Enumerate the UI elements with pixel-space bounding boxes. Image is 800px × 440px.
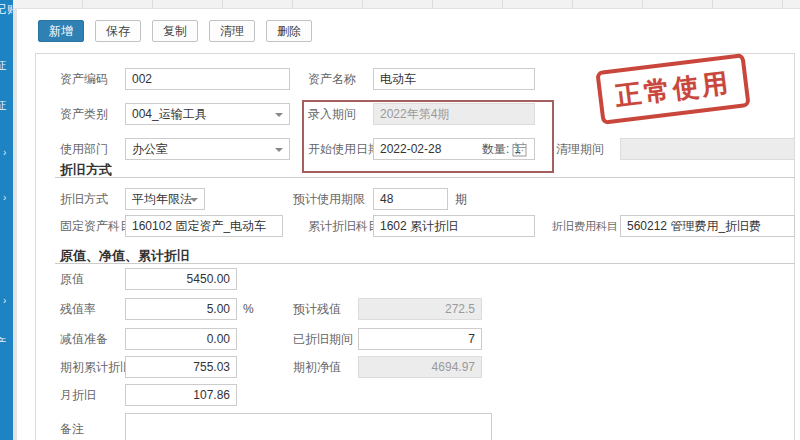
initial-net-label: 期初净值 (293, 356, 341, 378)
impairment-input[interactable] (125, 328, 237, 350)
clear-button[interactable]: 清理 (209, 20, 255, 42)
depreciation-method-label: 折旧方式 (60, 188, 108, 210)
expense-account-input[interactable] (620, 215, 795, 237)
original-value-label: 原值 (60, 268, 84, 290)
depreciation-method-select[interactable]: 平均年限法 (125, 188, 205, 210)
calendar-icon[interactable] (512, 142, 527, 157)
save-button[interactable]: 保存 (95, 20, 141, 42)
entry-period-label: 录入期间 (308, 103, 356, 125)
monthly-depreciation-label: 月折旧 (60, 384, 96, 406)
asset-category-value: 004_运输工具 (132, 107, 207, 121)
depreciation-method-value: 平均年限法 (132, 192, 192, 206)
remark-textarea[interactable] (125, 413, 492, 440)
accumulated-account-input[interactable] (373, 215, 535, 237)
chevron-right-icon[interactable]: › (3, 147, 7, 158)
fixed-asset-account-input[interactable] (125, 215, 283, 237)
sidebar-item-voucher-2[interactable]: 证 (0, 98, 7, 113)
asset-category-select[interactable]: 004_运输工具 (125, 103, 290, 125)
asset-category-label: 资产类别 (60, 103, 108, 125)
expense-account-label: 折旧费用科目 (552, 215, 618, 237)
section-title: 折旧方式 (60, 162, 112, 177)
asset-code-input[interactable] (125, 68, 290, 90)
add-button[interactable]: 新增 (38, 20, 84, 42)
left-sidebar: 记账 证 证 › › › 产 (0, 0, 13, 440)
expected-periods-input[interactable] (373, 188, 448, 210)
fixed-asset-account-label: 固定资产科目 (60, 215, 132, 237)
toolbar: 新增 保存 复制 清理 删除 (38, 20, 312, 42)
start-date-label: 开始使用日期 (308, 138, 380, 160)
sidebar-item-bookkeeping[interactable]: 记账 (0, 2, 13, 17)
sidebar-gutter (13, 8, 17, 440)
chevron-down-icon (275, 113, 283, 117)
sidebar-item-asset[interactable]: 产 (0, 335, 7, 350)
chevron-down-icon (275, 148, 283, 152)
delete-button[interactable]: 删除 (266, 20, 312, 42)
initial-accumulated-input[interactable] (125, 356, 237, 378)
cleanup-period-label: 清理期间 (556, 138, 604, 160)
asset-name-input[interactable] (373, 68, 535, 90)
department-value: 办公室 (132, 142, 168, 156)
expected-periods-label: 预计使用期限 (293, 188, 365, 210)
chevron-down-icon (190, 198, 198, 202)
accumulated-account-label: 累计折旧科目 (308, 215, 380, 237)
chevron-right-icon[interactable]: › (3, 295, 7, 306)
department-select[interactable]: 办公室 (125, 138, 290, 160)
top-tab-strip (13, 0, 800, 9)
residual-rate-label: 残值率 (60, 298, 96, 320)
residual-rate-unit: % (243, 298, 254, 320)
expected-residual-input (358, 298, 482, 320)
sidebar-item-voucher-1[interactable]: 证 (0, 58, 7, 73)
copy-button[interactable]: 复制 (152, 20, 198, 42)
monthly-depreciation-input[interactable] (125, 384, 237, 406)
values-section-header: 原值、净值、累计折旧 (55, 246, 795, 264)
remark-label: 备注 (60, 418, 84, 440)
section-title: 原值、净值、累计折旧 (60, 248, 190, 263)
initial-accumulated-label: 期初累计折旧 (60, 356, 132, 378)
department-label: 使用部门 (60, 138, 108, 160)
chevron-right-icon[interactable]: › (3, 192, 7, 203)
quantity-label: 数量: (482, 138, 509, 160)
residual-rate-input[interactable] (125, 298, 237, 320)
original-value-input[interactable] (125, 268, 237, 290)
entry-period-input (373, 103, 535, 125)
asset-name-label: 资产名称 (308, 68, 356, 90)
impairment-label: 减值准备 (60, 328, 108, 350)
depreciated-periods-input[interactable] (358, 328, 482, 350)
initial-net-input (358, 356, 482, 378)
expected-periods-unit: 期 (455, 188, 467, 210)
asset-code-label: 资产编码 (60, 68, 108, 90)
cleanup-period-input (620, 138, 795, 160)
expected-residual-label: 预计残值 (293, 298, 341, 320)
depreciation-section-header: 折旧方式 (55, 160, 795, 178)
depreciated-periods-label: 已折旧期间 (293, 328, 353, 350)
